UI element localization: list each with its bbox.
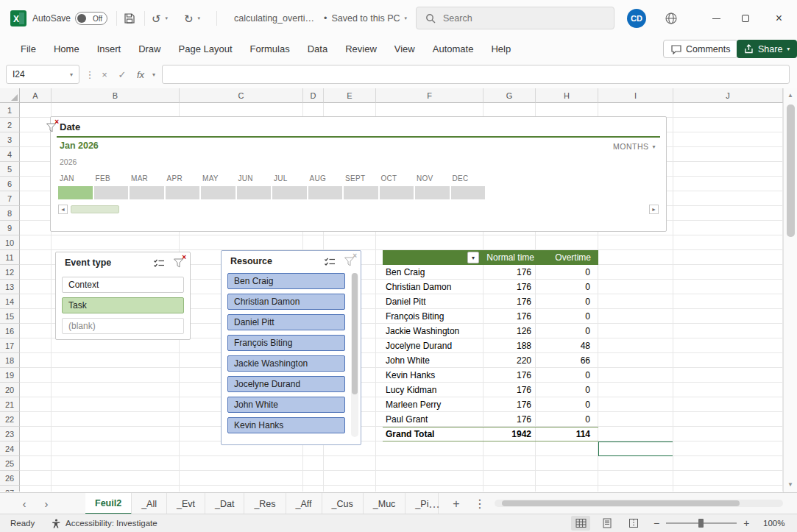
pivot-cell-normal-time[interactable]: 176 [483,370,536,380]
pivot-cell-name[interactable]: Daniel Pitt [383,297,483,307]
pivot-cell-normal-time[interactable]: 176 [483,400,536,410]
event-type-item-context[interactable]: Context [62,277,184,293]
column-header-g[interactable]: G [483,88,536,103]
resource-item-daniel-pitt[interactable]: Daniel Pitt [227,314,345,330]
row-header-15[interactable]: 15 [0,309,20,324]
sheet-tab-all[interactable]: _All [132,493,167,514]
row-header-11[interactable]: 11 [0,250,20,265]
sheet-tab-res[interactable]: _Res [244,493,286,514]
row-header-27[interactable]: 27 [0,486,20,492]
pivot-cell-normal-time[interactable]: 176 [483,311,536,322]
row-header-10[interactable]: 10 [0,235,20,250]
event-type-item-task[interactable]: Task [62,297,184,313]
saved-status-group[interactable]: • Saved to this PC ▾ [324,0,407,37]
column-header-a[interactable]: A [20,88,52,103]
row-header-25[interactable]: 25 [0,456,20,471]
row-header-4[interactable]: 4 [0,147,20,162]
pivot-cell-overtime[interactable]: 0 [536,414,598,425]
cancel-entry-button[interactable]: × [97,65,112,84]
formula-input[interactable] [162,65,790,84]
accessibility-status[interactable]: Accessibility: Investigate [52,514,157,532]
pivot-cell-normal-time[interactable]: 220 [483,355,536,366]
save-button[interactable] [124,0,135,37]
row-header-21[interactable]: 21 [0,397,20,412]
pivot-cell-name[interactable]: Kevin Hanks [383,370,483,380]
row-header-17[interactable]: 17 [0,338,20,353]
row-header-14[interactable]: 14 [0,294,20,309]
column-header-f[interactable]: F [376,88,483,103]
undo-button[interactable]: ↺ ▾ [152,0,168,37]
formula-bar-expand[interactable]: ▾ [149,65,159,84]
resource-item-jocelyne-durand[interactable]: Jocelyne Durand [227,376,345,392]
horizontal-scroll-thumb[interactable] [502,500,740,506]
autosave-group[interactable]: AutoSave Off [32,0,107,37]
row-header-13[interactable]: 13 [0,280,20,294]
column-header-j[interactable]: J [673,88,783,103]
maximize-button[interactable] [731,0,760,37]
sheet-options-button[interactable]: ⋮ [471,493,489,514]
column-header-h[interactable]: H [536,88,598,103]
column-header-b[interactable]: B [52,88,180,103]
avatar[interactable]: CD [627,9,646,28]
row-header-5[interactable]: 5 [0,162,20,177]
sheet-tab-feuil2[interactable]: Feuil2 [85,493,132,514]
row-header-22[interactable]: 22 [0,412,20,427]
vertical-scroll-thumb[interactable] [787,104,795,237]
row-header-20[interactable]: 20 [0,383,20,397]
pivot-grand-total-overtime[interactable]: 114 [536,429,598,439]
ribbon-tab-page-layout[interactable]: Page Layout [170,37,241,62]
ribbon-tab-draw[interactable]: Draw [130,37,169,62]
minimize-button[interactable] [701,0,731,37]
clear-filter-button[interactable]: × [341,255,356,268]
page-layout-view-button[interactable] [598,516,617,531]
zoom-slider-knob[interactable] [698,519,704,528]
resource-item-jackie-washington[interactable]: Jackie Washington [227,355,345,372]
row-header-19[interactable]: 19 [0,368,20,383]
timeline-clear-filter-button[interactable]: × [43,121,58,134]
timeline-month-cell-jun[interactable] [237,186,272,199]
event-type-slicer[interactable]: Event type × ContextTask(blank) [55,252,191,340]
pivot-cell-name[interactable]: Paul Grant [383,414,483,425]
pivot-header-normal-time[interactable]: Normal time [483,252,536,263]
timeline-month-cell-may[interactable] [201,186,235,199]
pivot-cell-normal-time[interactable]: 176 [483,414,536,425]
column-header-i[interactable]: I [598,88,673,103]
document-title[interactable]: calculating_overti… [234,0,314,37]
pivot-cell-normal-time[interactable]: 176 [483,385,536,395]
pivot-cell-normal-time[interactable]: 126 [483,326,536,336]
timeline-month-cell-aug[interactable] [308,186,343,199]
resource-scrollbar[interactable] [351,273,358,437]
resource-item-john-white[interactable]: John White [227,397,345,413]
resource-item-fran-ois-biting[interactable]: François Biting [227,335,345,351]
ribbon-tab-view[interactable]: View [386,37,424,62]
row-header-7[interactable]: 7 [0,191,20,206]
pivot-cell-overtime[interactable]: 0 [536,370,598,380]
ribbon-tab-automate[interactable]: Automate [424,37,483,62]
row-header-3[interactable]: 3 [0,132,20,147]
timeline-scroll-thumb[interactable] [71,205,119,213]
enter-entry-button[interactable]: ✓ [115,65,130,84]
pivot-cell-name[interactable]: Christian Damon [383,282,483,292]
search-box[interactable] [416,7,614,29]
name-box[interactable]: I24 ▾ [6,65,79,84]
ribbon-tab-review[interactable]: Review [336,37,386,62]
pivot-row-filter-button[interactable]: ▾ [467,252,479,263]
pivot-cell-name[interactable]: Jocelyne Durand [383,341,483,351]
pivot-grand-total-label[interactable]: Grand Total [383,429,483,439]
zoom-level[interactable]: 100% [763,514,784,532]
timeline-card[interactable]: Date × Jan 2026 MONTHS ▾ 2026 ◄ ► JANFEB… [50,116,667,232]
zoom-out-button[interactable]: − [653,517,659,529]
row-header-1[interactable]: 1 [0,103,20,118]
sheet-tab-evt[interactable]: _Evt [167,493,205,514]
add-sheet-button[interactable]: + [447,493,465,514]
normal-view-button[interactable] [571,516,590,531]
resource-item-ben-craig[interactable]: Ben Craig [227,273,345,289]
row-header-24[interactable]: 24 [0,441,20,456]
pivot-cell-normal-time[interactable]: 188 [483,341,536,351]
sheet-tab-aff[interactable]: _Aff [286,493,322,514]
share-button[interactable]: Share ▾ [737,40,797,58]
clear-filter-button[interactable]: × [171,257,185,269]
timeline-month-cell-oct[interactable] [380,186,414,199]
timeline-month-cell-apr[interactable] [166,186,200,199]
horizontal-scrollbar[interactable] [495,500,783,507]
